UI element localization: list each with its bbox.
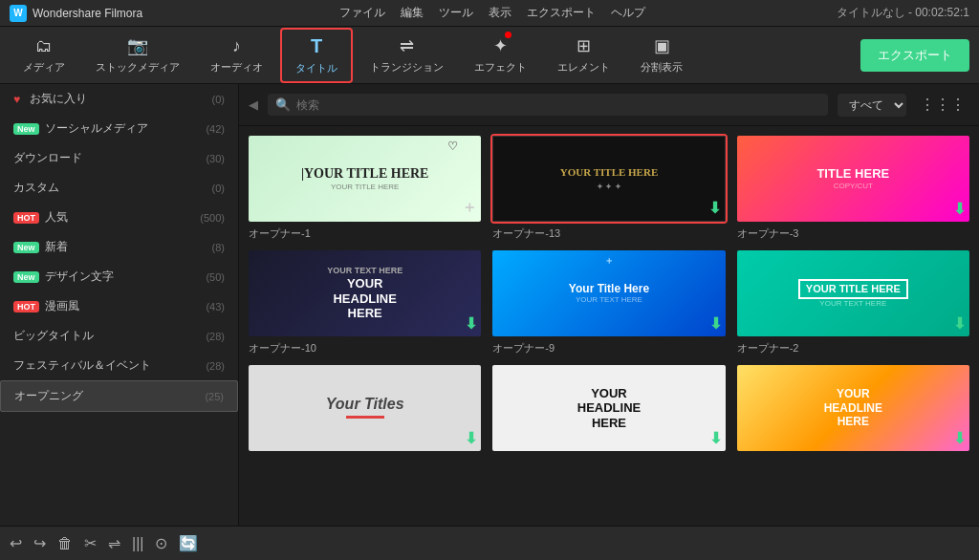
search-box: 🔍 — [268, 94, 828, 116]
menu-file[interactable]: ファイル — [339, 5, 385, 21]
thumb-subtitle-opener2: YOUR TEXT HERE — [798, 299, 908, 309]
filter-select[interactable]: すべて — [838, 94, 906, 117]
toolbar-element[interactable]: ⊞ エレメント — [544, 30, 623, 80]
thumb-img-yourtitles: Your Titles ⬇ — [249, 365, 481, 451]
download-btn-yourtitles[interactable]: ⬇ — [465, 429, 477, 447]
grid-item-opener9[interactable]: Your Title Here YOUR TEXT HERE ＋ ⬇ オープナー… — [490, 248, 727, 355]
bottom-bar: ↩ ↪ 🗑 ✂ ⇌ ||| ⊙ 🔄 — [0, 526, 979, 560]
thumb-img-opener9: Your Title Here YOUR TEXT HERE ＋ ⬇ — [492, 250, 725, 336]
thumb-subtitle-opener3: COPY/CUT — [816, 182, 889, 191]
undo-icon[interactable]: ↩ — [10, 534, 22, 552]
menu-view[interactable]: 表示 — [489, 5, 511, 21]
toolbar-stock[interactable]: 📷 ストックメディア — [82, 30, 193, 80]
collapse-arrow-icon[interactable]: ◀ — [249, 97, 258, 112]
content-header: ◀ 🔍 すべて ⋮⋮⋮ — [239, 84, 979, 126]
toolbar-split[interactable]: ▣ 分割表示 — [627, 30, 696, 80]
thumbnail-yourtitles: Your Titles ⬇ — [247, 363, 483, 453]
menu-tools[interactable]: ツール — [439, 5, 473, 21]
download-btn-opener3[interactable]: ⬇ — [953, 200, 966, 218]
sidebar-count-custom: (0) — [212, 183, 225, 194]
menu-items[interactable]: ファイル 編集 ツール 表示 エクスポート ヘルプ — [339, 5, 645, 21]
sidebar-item-manga[interactable]: HOT 漫画風 (43) — [0, 291, 238, 321]
badge-new-new: New — [13, 242, 39, 253]
sidebar-item-download[interactable]: ダウンロード (30) — [0, 143, 238, 173]
grid-item-opener10[interactable]: YOUR TEXT HERE YOURHEADLINEHERE ⬇ オープナー-… — [247, 248, 483, 355]
sidebar-count-design: (50) — [206, 271, 225, 283]
plus-icon-opener9: ＋ — [604, 254, 614, 268]
toolbar-media[interactable]: 🗂 メディア — [10, 31, 78, 80]
sidebar-count-favorites: (0) — [212, 94, 225, 105]
thumbnail-headline-dark: YOURHEADLINEHERE ⬇ — [490, 363, 727, 453]
search-icon: 🔍 — [275, 97, 291, 112]
menu-export[interactable]: エクスポート — [527, 5, 596, 21]
title-label: タイトル — [295, 61, 337, 75]
keyframe-icon[interactable]: ||| — [132, 535, 143, 552]
title-icon: T — [311, 35, 322, 57]
app-logo: W — [10, 5, 27, 22]
grid-item-opener13[interactable]: YOUR TITLE HERE ✦ ✦ ✦ ⬇ オープナー-13 — [490, 134, 727, 241]
add-btn-opener1[interactable]: ＋ — [462, 198, 477, 218]
sidebar-label-favorites: お気に入り — [30, 91, 87, 107]
sidebar-item-opening[interactable]: オープニング (25) — [0, 380, 238, 412]
download-btn-opener10[interactable]: ⬇ — [465, 314, 477, 333]
element-icon: ⊞ — [577, 35, 591, 56]
template-grid: |YOUR TITLE HERE YOUR TITLE HERE ♡ ＋ オープ… — [239, 126, 979, 526]
sidebar-item-new[interactable]: New 新着 (8) — [0, 232, 238, 262]
menu-help[interactable]: ヘルプ — [611, 5, 645, 21]
item-label-opener9: オープナー-9 — [490, 338, 727, 355]
stock-icon: 📷 — [127, 35, 148, 56]
audio-label: オーディオ — [210, 60, 263, 75]
heart-btn-opener1[interactable]: ♡ — [447, 140, 458, 153]
split-icon: ▣ — [654, 35, 670, 56]
toolbar-effect[interactable]: ✦ エフェクト — [461, 30, 540, 80]
sidebar-item-big[interactable]: ビッグタイトル (28) — [0, 321, 238, 351]
delete-icon[interactable]: 🗑 — [57, 535, 73, 552]
sidebar-item-custom[interactable]: カスタム (0) — [0, 173, 238, 203]
export-button[interactable]: エクスポート — [860, 39, 969, 72]
sidebar-item-social[interactable]: New ソーシャルメディア (42) — [0, 114, 238, 143]
grid-item-opener1[interactable]: |YOUR TITLE HERE YOUR TITLE HERE ♡ ＋ オープ… — [247, 134, 483, 241]
download-btn-headline-colorful[interactable]: ⬇ — [953, 429, 966, 447]
item-label-headline-colorful — [735, 453, 971, 456]
grid-item-headline-colorful[interactable]: YOURHEADLINEHERE ⬇ — [735, 363, 971, 456]
effect-icon: ✦ — [493, 35, 508, 56]
sidebar-item-design[interactable]: New デザイン文字 (50) — [0, 262, 238, 291]
search-input[interactable] — [296, 98, 820, 112]
download-btn-opener2[interactable]: ⬇ — [953, 314, 966, 333]
thumbnail-opener13: YOUR TITLE HERE ✦ ✦ ✦ ⬇ — [490, 134, 727, 224]
motion-icon[interactable]: ⊙ — [155, 534, 167, 552]
sidebar-label-opening: オープニング — [14, 388, 83, 404]
thumb-title-text-opener1: |YOUR TITLE HERE — [301, 166, 429, 183]
toolbar-transition[interactable]: ⇌ トランジション — [357, 30, 457, 80]
speed-icon[interactable]: 🔄 — [179, 534, 198, 552]
grid-item-headline-dark[interactable]: YOURHEADLINEHERE ⬇ — [490, 363, 727, 456]
toolbar-audio[interactable]: ♪ オーディオ — [197, 31, 276, 80]
redo-icon[interactable]: ↪ — [33, 534, 46, 552]
audio-icon: ♪ — [232, 36, 241, 56]
cut-icon[interactable]: ✂ — [84, 534, 97, 552]
grid-item-yourtitles[interactable]: Your Titles ⬇ — [247, 363, 483, 456]
thumb-img-headline-colorful: YOURHEADLINEHERE ⬇ — [737, 365, 969, 451]
sidebar: ♥ お気に入り (0) New ソーシャルメディア (42) ダウンロード (3… — [0, 84, 239, 526]
sidebar-label-download: ダウンロード — [13, 150, 82, 166]
sidebar-item-popular[interactable]: HOT 人気 (500) — [0, 203, 238, 232]
thumb-subtitle-opener9: YOUR TEXT HERE — [569, 295, 649, 305]
grid-item-opener3[interactable]: TITLE HERE COPY/CUT ⬇ オープナー-3 — [735, 134, 971, 241]
sidebar-item-favorites[interactable]: ♥ お気に入り (0) — [0, 84, 238, 114]
split-clip-icon[interactable]: ⇌ — [108, 534, 120, 552]
grid-item-opener2[interactable]: YOUR TITLE HERE YOUR TEXT HERE ⬇ オープナー-2 — [735, 248, 971, 355]
thumb-title-text-opener3: TITLE HERE — [816, 166, 889, 182]
toolbar-title[interactable]: T タイトル — [280, 28, 353, 83]
grid-toggle-icon[interactable]: ⋮⋮⋮ — [916, 92, 969, 118]
sidebar-item-festival[interactable]: フェスティバル＆イベント (28) — [0, 351, 238, 380]
download-btn-opener9[interactable]: ⬇ — [709, 314, 722, 333]
sidebar-count-festival: (28) — [206, 360, 225, 372]
thumb-title-text-opener9: Your Title Here — [569, 282, 649, 295]
thumb-img-opener2: YOUR TITLE HERE YOUR TEXT HERE ⬇ — [737, 250, 969, 336]
download-btn-opener13[interactable]: ⬇ — [708, 199, 721, 217]
sidebar-count-download: (30) — [206, 153, 225, 164]
download-btn-headline-dark[interactable]: ⬇ — [709, 429, 722, 447]
thumb-title-text-opener10: YOURHEADLINEHERE — [327, 276, 402, 321]
menu-edit[interactable]: 編集 — [401, 5, 424, 21]
thumb-subtitle-opener1: YOUR TITLE HERE — [301, 183, 429, 192]
